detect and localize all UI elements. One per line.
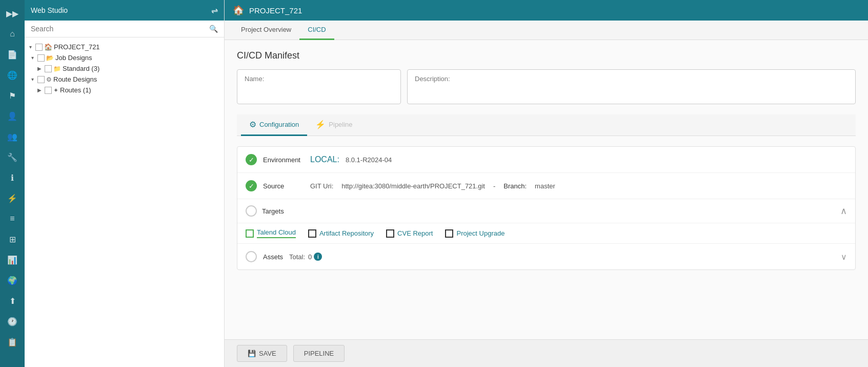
manifest-title: CI/CD Manifest xyxy=(237,50,856,61)
description-label: Description: xyxy=(415,75,450,83)
configuration-label: Configuration xyxy=(259,121,299,128)
assets-total-label: Total: xyxy=(289,253,305,261)
sidebar-header-actions: ⇌ xyxy=(211,6,218,15)
search-input[interactable] xyxy=(31,25,205,33)
tree-toggle-routes[interactable]: ▶ xyxy=(36,87,43,93)
name-label: Name: xyxy=(245,75,264,83)
tree-checkbox-project[interactable] xyxy=(35,44,43,51)
svg-rect-0 xyxy=(247,230,253,237)
tree-checkbox-job-designs[interactable] xyxy=(37,54,45,62)
configuration-icon: ⚙ xyxy=(249,120,256,129)
main-tabs: Project Overview CI/CD xyxy=(225,21,868,40)
nav-clock-icon[interactable]: 🕐 xyxy=(3,312,22,331)
target-label-artifact: Artifact Repository xyxy=(319,229,374,237)
git-uri: http://gitea:3080/middle-earth/PROJECT_7… xyxy=(341,182,485,190)
sidebar: Web Studio ⇌ 🔍 ▾ 🏠 PROJECT_721 ▾ 📂 Job D… xyxy=(25,0,225,367)
source-status-icon: ✓ xyxy=(246,180,257,191)
nav-person-icon[interactable]: 👤 xyxy=(3,107,22,125)
name-desc-row: Name: Description: xyxy=(237,69,856,104)
sub-tab-configuration[interactable]: ⚙ Configuration xyxy=(241,114,307,136)
nav-grid-icon[interactable]: ⊞ xyxy=(3,230,22,248)
pipeline-label: Pipeline xyxy=(329,121,352,128)
target-cve-report[interactable]: CVE Report xyxy=(386,228,433,238)
target-label-upgrade: Project Upgrade xyxy=(456,229,504,237)
description-field[interactable]: Description: xyxy=(407,69,856,104)
nav-lightning-icon[interactable]: ⚡ xyxy=(3,189,22,207)
tree-label-routes: Routes (1) xyxy=(60,86,91,94)
environment-name[interactable]: LOCAL: xyxy=(310,155,339,164)
tree-icon-standard: 📁 xyxy=(53,65,61,72)
tab-project-overview[interactable]: Project Overview xyxy=(233,21,299,40)
tab-cicd[interactable]: CI/CD xyxy=(299,21,334,40)
separator: - xyxy=(493,182,495,190)
targets-status-icon xyxy=(246,205,257,217)
target-talend-cloud[interactable]: Talend Cloud xyxy=(246,228,296,238)
nav-chart-icon[interactable]: 📊 xyxy=(3,250,22,269)
branch-label: Branch: xyxy=(503,182,527,190)
tree-checkbox-routes[interactable] xyxy=(45,87,52,94)
tree-checkbox-standard[interactable] xyxy=(45,65,52,72)
nav-globe-icon[interactable]: 🌐 xyxy=(3,66,22,84)
tree-container: ▾ 🏠 PROJECT_721 ▾ 📂 Job Designs ▶ 📁 Stan… xyxy=(25,37,224,367)
tree-icon-job-designs: 📂 xyxy=(46,54,54,62)
nav-group-icon[interactable]: 👥 xyxy=(3,127,22,146)
config-card: ✓ Environment LOCAL: 8.0.1-R2024-04 ✓ So… xyxy=(237,146,856,270)
target-artifact-repo[interactable]: Artifact Repository xyxy=(308,228,374,238)
target-checkbox-talend[interactable] xyxy=(246,229,254,238)
target-checkbox-artifact[interactable] xyxy=(308,229,316,238)
nav-list-icon[interactable]: ≡ xyxy=(3,209,22,228)
tree-item-routes[interactable]: ▶ ✦ Routes (1) xyxy=(25,85,224,95)
tree-label-route-designs: Route Designs xyxy=(53,75,97,83)
tree-toggle-project[interactable]: ▾ xyxy=(27,44,34,50)
target-project-upgrade[interactable]: Project Upgrade xyxy=(445,228,504,238)
tree-item-project[interactable]: ▾ 🏠 PROJECT_721 xyxy=(25,42,224,52)
tree-toggle-job-designs[interactable]: ▾ xyxy=(29,55,36,61)
save-button[interactable]: 💾 SAVE xyxy=(237,345,287,362)
nav-home-icon[interactable]: ⌂ xyxy=(3,25,22,43)
main-header: 🏠 PROJECT_721 xyxy=(225,0,868,21)
tree-item-standard[interactable]: ▶ 📁 Standard (3) xyxy=(25,63,224,74)
tree-label-job-designs: Job Designs xyxy=(55,54,92,62)
source-label: Source xyxy=(263,182,304,190)
nav-expand-icon[interactable]: ▶▶ xyxy=(3,4,22,23)
main-content: 🏠 PROJECT_721 Project Overview CI/CD CI/… xyxy=(225,0,868,367)
nav-globe2-icon[interactable]: 🌍 xyxy=(3,271,22,289)
sidebar-title: Web Studio xyxy=(31,6,68,14)
search-bar: 🔍 xyxy=(25,21,224,37)
targets-row: Targets ∧ xyxy=(237,199,855,223)
assets-info-badge[interactable]: i xyxy=(314,253,322,261)
sub-tab-pipeline[interactable]: ⚡ Pipeline xyxy=(307,114,360,136)
tree-icon-routes: ✦ xyxy=(53,87,58,94)
nav-upload-icon[interactable]: ⬆ xyxy=(3,292,22,310)
target-selected-indicator xyxy=(247,230,253,237)
pipeline-button[interactable]: PIPELINE xyxy=(293,345,345,362)
assets-total-value: 0 xyxy=(308,253,312,261)
sidebar-pin-icon[interactable]: ⇌ xyxy=(211,6,218,15)
tree-label-standard: Standard (3) xyxy=(63,65,99,72)
content-area: CI/CD Manifest Name: Description: ⚙ Conf… xyxy=(225,40,868,339)
search-icon: 🔍 xyxy=(209,25,218,33)
nav-tools-icon[interactable]: 🔧 xyxy=(3,148,22,166)
target-label-talend: Talend Cloud xyxy=(257,228,296,238)
target-label-cve: CVE Report xyxy=(397,229,433,237)
name-field[interactable]: Name: xyxy=(237,69,401,104)
nav-docs-icon[interactable]: 📄 xyxy=(3,45,22,64)
targets-collapse-icon[interactable]: ∧ xyxy=(840,205,847,217)
tree-item-job-designs[interactable]: ▾ 📂 Job Designs xyxy=(25,52,224,63)
environment-row: ✓ Environment LOCAL: 8.0.1-R2024-04 xyxy=(237,147,855,173)
nav-clipboard-icon[interactable]: 📋 xyxy=(3,333,22,351)
tree-toggle-route-designs[interactable]: ▾ xyxy=(29,76,36,82)
tree-item-route-designs[interactable]: ▾ ⚙ Route Designs xyxy=(25,74,224,85)
nav-flag-icon[interactable]: ⚑ xyxy=(3,86,22,105)
pipeline-btn-label: PIPELINE xyxy=(304,350,334,357)
tree-toggle-standard[interactable]: ▶ xyxy=(36,66,43,71)
assets-expand-icon[interactable]: ∨ xyxy=(841,252,847,262)
target-checkbox-upgrade[interactable] xyxy=(445,229,453,238)
environment-version: 8.0.1-R2024-04 xyxy=(346,156,392,164)
target-checkbox-cve[interactable] xyxy=(386,229,394,238)
nav-info-icon[interactable]: ℹ xyxy=(3,168,22,187)
assets-row: Assets Total: 0 i ∨ xyxy=(237,244,855,269)
source-row: ✓ Source GIT Uri: http://gitea:3080/midd… xyxy=(237,173,855,199)
sub-tabs: ⚙ Configuration ⚡ Pipeline xyxy=(237,114,856,136)
tree-checkbox-route-designs[interactable] xyxy=(37,76,45,83)
